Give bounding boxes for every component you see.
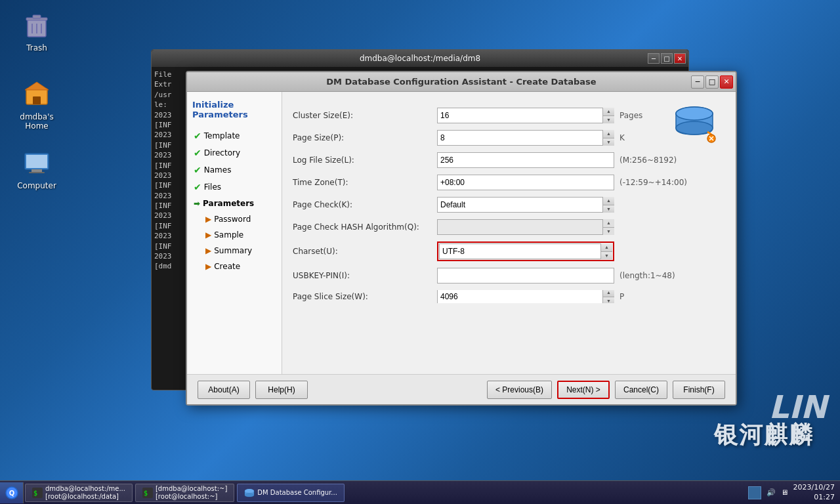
page-slice-arrows: ▲ ▼	[602, 290, 614, 303]
page-check-label: Page Check(K):	[293, 200, 437, 209]
dialog-minimize-btn[interactable]: ─	[691, 75, 704, 89]
nav-label-password: Password	[214, 215, 251, 224]
cluster-size-down[interactable]: ▼	[603, 116, 614, 124]
taskbar-right: 🔊 🖥 2023/10/27 01:27	[748, 483, 840, 502]
terminal-minimize-btn[interactable]: ─	[648, 53, 660, 64]
desktop-switcher[interactable]	[748, 486, 761, 499]
cluster-size-label: Cluster Size(E):	[293, 111, 437, 120]
finish-button[interactable]: Finish(F)	[673, 381, 725, 399]
cluster-size-field[interactable]	[437, 108, 614, 123]
charset-down[interactable]: ▼	[601, 252, 612, 260]
network-icon[interactable]: 🖥	[781, 488, 788, 497]
charset-field[interactable]	[439, 243, 612, 259]
nav-item-sample[interactable]: ▶ Sample	[192, 228, 276, 242]
svg-point-27	[245, 489, 254, 493]
volume-icon[interactable]: 🔊	[766, 488, 776, 497]
nav-item-summary[interactable]: ▶ Summary	[192, 244, 276, 257]
charset-highlight-border: ▲ ▼	[437, 242, 614, 261]
page-check-down[interactable]: ▼	[603, 205, 614, 213]
dialog-footer: About(A) Help(H) < Previous(B) Next(N) >…	[187, 374, 736, 404]
hash-algorithm-field[interactable]	[437, 219, 614, 235]
page-size-spinner[interactable]: ▲ ▼	[437, 130, 614, 146]
time-zone-row: Time Zone(T): (-12:59~+14:00)	[293, 175, 725, 190]
taskbar-item-terminal2[interactable]: $ [dmdba@localhost:~][root@localhost:~]	[135, 484, 234, 502]
nav-title: Initialize Parameters	[192, 100, 276, 119]
time-zone-field[interactable]	[437, 175, 614, 190]
nav-item-create[interactable]: ▶ Create	[192, 260, 276, 273]
page-check-spinner[interactable]: ▲ ▼	[437, 197, 614, 213]
taskbar-item-terminal1[interactable]: $ dmdba@localhost:/me...[root@localhost:…	[25, 484, 133, 502]
nav-item-password[interactable]: ▶ Password	[192, 213, 276, 226]
taskbar-item-dbconfig[interactable]: DM Database Configur...	[237, 484, 345, 502]
nav-label-template: Template	[204, 131, 240, 140]
nav-item-directory[interactable]: ✔ Directory	[192, 146, 276, 160]
svg-point-26	[245, 493, 254, 497]
usbkey-row: USBKEY-PIN(I): (length:1~48)	[293, 268, 725, 284]
db-logo	[673, 100, 716, 143]
svg-marker-7	[25, 82, 49, 90]
trash-icon[interactable]: Trash	[10, 7, 63, 55]
page-size-down[interactable]: ▼	[603, 138, 614, 146]
dialog-close-btn[interactable]: ✕	[720, 75, 733, 89]
page-check-up[interactable]: ▲	[603, 197, 614, 205]
page-size-field[interactable]	[437, 130, 614, 146]
trash-icon-image	[21, 9, 52, 41]
computer-icon[interactable]: Computer	[10, 144, 63, 193]
svg-rect-11	[32, 169, 42, 172]
next-button[interactable]: Next(N) >	[557, 381, 610, 399]
nav-label-sample: Sample	[214, 230, 243, 240]
page-slice-label: Page Slice Size(W):	[293, 292, 437, 301]
svg-rect-10	[26, 155, 47, 168]
page-slice-down[interactable]: ▼	[603, 297, 614, 304]
hash-algorithm-spinner[interactable]: ▲ ▼	[437, 219, 614, 235]
charset-up[interactable]: ▲	[601, 243, 612, 252]
previous-button[interactable]: < Previous(B)	[487, 381, 552, 399]
log-file-size-field[interactable]	[437, 152, 614, 168]
home-label: dmdba's Home	[20, 112, 53, 131]
terminal-titlebar: dmdba@localhost:/media/dm8 ─ □ ✕	[152, 50, 688, 67]
cluster-size-arrows: ▲ ▼	[602, 108, 614, 123]
nav-item-parameters[interactable]: ➡ Parameters	[192, 197, 276, 210]
nav-label-summary: Summary	[214, 246, 252, 255]
page-slice-spinner[interactable]: ▲ ▼	[437, 290, 614, 303]
cancel-button[interactable]: Cancel(C)	[615, 381, 667, 399]
dialog: DM Database Configuration Assistant - Cr…	[186, 71, 737, 406]
start-icon: Q	[5, 486, 19, 500]
nav-item-names[interactable]: ✔ Names	[192, 163, 276, 177]
page-slice-up[interactable]: ▲	[603, 290, 614, 297]
check-icon: ✔	[194, 148, 201, 158]
time-zone-label: Time Zone(T):	[293, 178, 437, 187]
dialog-maximize-btn[interactable]: □	[705, 75, 719, 89]
hash-algorithm-up[interactable]: ▲	[603, 219, 614, 228]
hash-algorithm-down[interactable]: ▼	[603, 228, 614, 236]
charset-arrows: ▲ ▼	[600, 243, 612, 259]
help-button[interactable]: Help(H)	[255, 381, 308, 399]
terminal-close-btn[interactable]: ✕	[674, 53, 686, 64]
page-check-arrows: ▲ ▼	[602, 197, 614, 213]
taskbar-start-btn[interactable]: Q	[0, 482, 24, 503]
svg-point-15	[676, 107, 713, 120]
nav-item-files[interactable]: ✔ Files	[192, 180, 276, 194]
terminal-maximize-btn[interactable]: □	[661, 53, 673, 64]
page-check-field[interactable]	[437, 197, 614, 213]
desktop: Trash dmdba's Home Computer dmdba@localh…	[0, 0, 840, 504]
log-file-size-input-wrap: (M:256~8192)	[437, 152, 725, 168]
nav-item-template[interactable]: ✔ Template	[192, 129, 276, 143]
terminal-title: dmdba@localhost:/media/dm8	[360, 54, 480, 63]
nav-label-create: Create	[214, 262, 240, 271]
page-slice-field[interactable]	[437, 290, 614, 303]
clock-date: 2023/10/27	[793, 483, 835, 492]
home-icon-image	[21, 78, 52, 110]
cluster-size-spinner[interactable]: ▲ ▼	[437, 108, 614, 123]
arrow-right-icon: ▶	[205, 262, 211, 271]
page-size-up[interactable]: ▲	[603, 130, 614, 138]
home-icon[interactable]: dmdba's Home	[10, 75, 63, 133]
usbkey-field[interactable]	[437, 268, 614, 284]
usbkey-label: USBKEY-PIN(I):	[293, 271, 437, 280]
cluster-size-up[interactable]: ▲	[603, 108, 614, 116]
about-button[interactable]: About(A)	[198, 381, 250, 399]
form-area: Cluster Size(E): ▲ ▼ Pages	[293, 102, 725, 303]
hash-algorithm-input-wrap: ▲ ▼	[437, 219, 725, 235]
arrow-right-icon: ▶	[205, 230, 211, 240]
charset-spinner[interactable]: ▲ ▼	[439, 243, 612, 259]
